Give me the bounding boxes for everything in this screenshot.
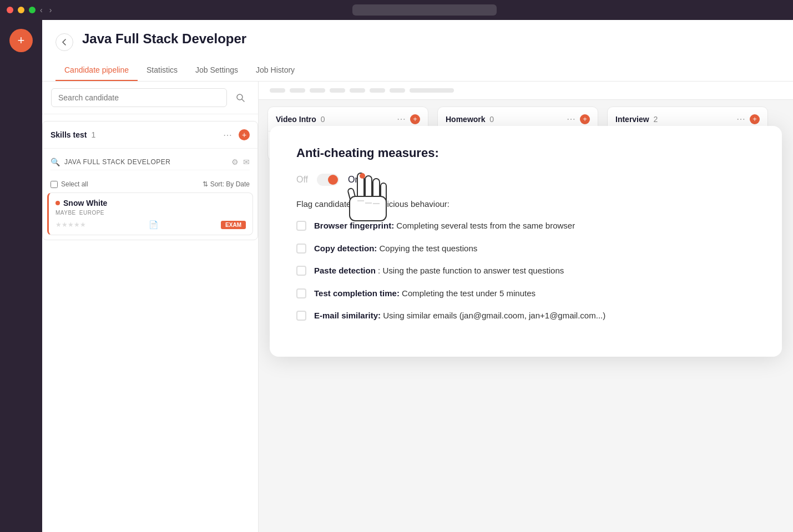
back-browser-icon[interactable]: ‹: [40, 6, 43, 14]
title-bar: ‹ ›: [0, 0, 793, 20]
candidate-exam-badge: EXAM: [221, 221, 246, 229]
tab-candidate-pipeline[interactable]: Candidate pipeline: [55, 60, 138, 81]
candidate-card-snow-white[interactable]: Snow White MAYBE EUROPE ★★★★★ 📄 EXAM: [47, 192, 253, 235]
search-bar: [42, 82, 258, 114]
anti-cheat-toggle[interactable]: [317, 174, 339, 186]
cheat-item-paste-detection: Paste detection : Using the paste functi…: [296, 265, 755, 277]
stage-dots-menu-skills-test[interactable]: ⋯: [221, 128, 234, 141]
cheat-desc-browser-fingerprint: Completing several tests from the same b…: [396, 221, 575, 230]
candidate-tag-europe: EUROPE: [79, 210, 104, 216]
filter-pill-7[interactable]: [390, 88, 405, 93]
page-title: Java Full Stack Developer: [82, 31, 246, 47]
cheat-desc-email-similarity: Using similar emails (jan@gmail.coom, ja…: [383, 311, 605, 320]
cheat-label-browser-fingerprint: Browser fingerprint:: [314, 221, 394, 230]
select-sort-row: Select all ⇅ Sort: By Date: [43, 176, 257, 192]
cheat-text-paste-detection: Paste detection : Using the paste functi…: [314, 265, 564, 277]
filter-pill-8[interactable]: [410, 88, 454, 93]
cheat-item-email-similarity: E-mail similarity: Using similar emails …: [296, 310, 755, 322]
maximize-window-button[interactable]: [29, 7, 36, 13]
cheat-item-test-completion-time: Test completion time: Completing the tes…: [296, 287, 755, 300]
col-title-homework: Homework 0: [446, 115, 494, 124]
cheat-item-copy-detection: Copy detection: Copying the test questio…: [296, 242, 755, 255]
stage-column-skills-test-header: Skills test 1 ⋯ +: [43, 121, 257, 149]
filter-pill-1[interactable]: [270, 88, 285, 93]
browser-nav: ‹ ›: [40, 6, 52, 14]
skills-test-icon: 🔍: [50, 158, 60, 166]
page-header: Java Full Stack Developer Candidate pipe…: [42, 20, 793, 82]
tab-job-settings[interactable]: Job Settings: [186, 60, 247, 81]
cheat-desc-copy-detection: Copying the test questions: [380, 244, 478, 253]
cheat-checkbox-copy-detection[interactable]: [296, 244, 306, 254]
anti-cheat-title: Anti-cheating measures:: [296, 146, 755, 160]
filter-pill-5[interactable]: [350, 88, 365, 93]
search-button[interactable]: [231, 89, 249, 107]
sidebar: +: [0, 20, 42, 532]
col-actions-homework: ⋯ +: [567, 114, 590, 124]
skills-test-gear-icon[interactable]: ⚙: [231, 158, 239, 166]
search-input[interactable]: [51, 88, 227, 107]
flag-label: Flag candidates for suspicious behaviour…: [296, 199, 755, 209]
anti-cheat-panel: Anti-cheating measures: Off On Flag cand…: [270, 126, 782, 357]
col-dots-interview[interactable]: ⋯: [736, 114, 745, 124]
stage-add-button-skills-test[interactable]: +: [239, 129, 250, 140]
select-all-checkbox[interactable]: [50, 181, 58, 188]
filter-pill-4[interactable]: [330, 88, 345, 93]
col-title-interview: Interview 2: [615, 115, 658, 124]
candidate-stars: ★★★★★: [55, 221, 86, 229]
stage-row-skills-test: 🔍 JAVA FULL STACK DEVELOPER ⚙ ✉: [50, 154, 250, 170]
sort-button[interactable]: ⇅ Sort: By Date: [203, 180, 250, 188]
url-bar-area: [63, 4, 786, 16]
skills-test-mail-icon[interactable]: ✉: [243, 158, 250, 166]
candidate-tags: MAYBE EUROPE: [55, 210, 246, 216]
url-bar[interactable]: [352, 4, 497, 16]
col-title-video-intro: Video Intro 0: [276, 115, 325, 124]
cheat-text-browser-fingerprint: Browser fingerprint: Completing several …: [314, 220, 575, 232]
cheat-checkbox-test-completion-time[interactable]: [296, 288, 306, 298]
minimize-window-button[interactable]: [18, 7, 24, 13]
tab-statistics[interactable]: Statistics: [138, 60, 186, 81]
filter-pill-2[interactable]: [290, 88, 305, 93]
cheat-checkbox-browser-fingerprint[interactable]: [296, 221, 306, 231]
col-dots-video-intro[interactable]: ⋯: [397, 114, 406, 124]
content-area: Skills test 1 ⋯ + 🔍 JAVA FULL STACK DEVE…: [42, 82, 793, 532]
cheat-checkbox-email-similarity[interactable]: [296, 311, 306, 321]
candidate-name-row: Snow White: [55, 199, 246, 207]
cheat-text-copy-detection: Copy detection: Copying the test questio…: [314, 242, 477, 255]
cheat-label-test-completion-time: Test completion time:: [314, 288, 400, 298]
skills-test-label: JAVA FULL STACK DEVELOPER: [64, 158, 170, 166]
stage-content-skills-test: 🔍 JAVA FULL STACK DEVELOPER ⚙ ✉: [43, 149, 257, 176]
toggle-dot: [328, 175, 338, 185]
col-actions-interview: ⋯ +: [736, 114, 760, 124]
toggle-row: Off On: [296, 174, 755, 186]
candidate-name: Snow White: [63, 199, 107, 207]
left-panel: Skills test 1 ⋯ + 🔍 JAVA FULL STACK DEVE…: [42, 82, 259, 532]
forward-browser-icon[interactable]: ›: [49, 6, 52, 14]
col-add-homework[interactable]: +: [580, 114, 590, 124]
select-all-label[interactable]: Select all: [50, 180, 88, 188]
sidebar-add-button[interactable]: +: [9, 29, 33, 52]
cheat-item-browser-fingerprint: Browser fingerprint: Completing several …: [296, 220, 755, 232]
col-add-interview[interactable]: +: [750, 114, 760, 124]
header-top: Java Full Stack Developer: [55, 31, 780, 51]
cheat-desc-paste-detection: : Using the paste function to answer tes…: [378, 266, 564, 275]
cheat-label-copy-detection: Copy detection:: [314, 244, 377, 253]
col-dots-homework[interactable]: ⋯: [567, 114, 575, 124]
filter-pill-6[interactable]: [370, 88, 385, 93]
right-area: Video Intro 0 ⋯ + ▶ VIDEO INTRO: [259, 82, 793, 532]
tab-job-history[interactable]: Job History: [247, 60, 304, 81]
cheat-desc-test-completion-time: Completing the test under 5 minutes: [402, 288, 536, 298]
toggle-on-label: On: [348, 175, 360, 185]
col-add-video-intro[interactable]: +: [410, 114, 420, 124]
close-window-button[interactable]: [7, 7, 13, 13]
candidate-doc-icon: 📄: [149, 220, 158, 229]
filter-pill-3[interactable]: [310, 88, 325, 93]
stage-column-skills-test: Skills test 1 ⋯ + 🔍 JAVA FULL STACK DEVE…: [42, 121, 258, 240]
app-container: + Java Full Stack Developer Candidate pi…: [0, 20, 793, 532]
stage-title-skills-test: Skills test 1: [50, 130, 95, 139]
cheat-text-email-similarity: E-mail similarity: Using similar emails …: [314, 310, 605, 322]
cheat-checkbox-paste-detection[interactable]: [296, 266, 306, 276]
toggle-off-label: Off: [296, 175, 308, 185]
candidate-bottom: ★★★★★ 📄 EXAM: [55, 220, 246, 229]
cheat-label-email-similarity: E-mail similarity:: [314, 311, 381, 320]
back-button[interactable]: [55, 33, 73, 51]
